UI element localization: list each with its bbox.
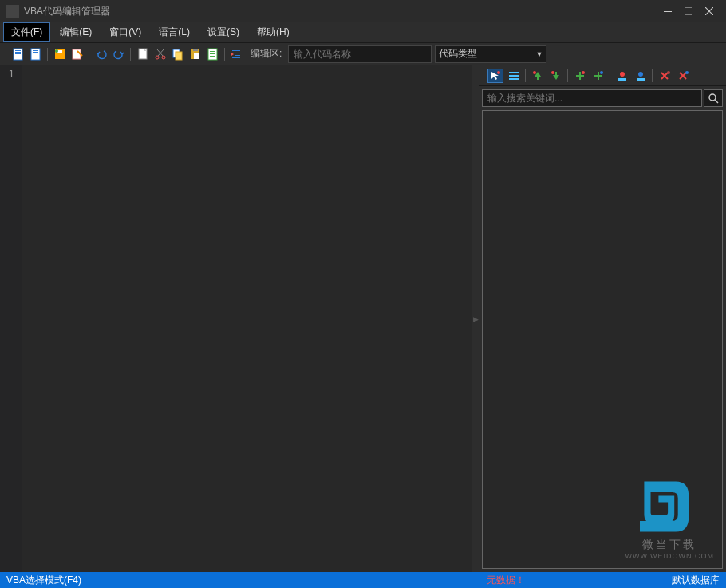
tree-panel[interactable]: 微当下载 WWW.WEIDOWN.COM	[482, 110, 723, 569]
svg-point-19	[162, 56, 165, 59]
save-icon[interactable]	[53, 47, 67, 61]
svg-line-21	[157, 49, 163, 56]
side-toolbar	[479, 65, 726, 86]
svg-rect-0	[664, 11, 672, 12]
svg-rect-7	[15, 53, 21, 54]
main-toolbar: 编辑区: 代码类型 ▼	[0, 43, 726, 65]
svg-point-49	[582, 71, 585, 74]
svg-point-13	[55, 49, 58, 53]
side-panel: 微当下载 WWW.WEIDOWN.COM	[479, 65, 726, 572]
delete-blue-icon[interactable]	[675, 69, 691, 83]
code-type-value: 代码类型	[439, 47, 477, 61]
svg-point-63	[709, 94, 716, 101]
svg-rect-53	[618, 78, 626, 81]
new-doc-icon[interactable]	[136, 47, 150, 61]
main-area: 1	[0, 65, 726, 572]
splitter[interactable]	[472, 65, 479, 572]
minimize-button[interactable]	[657, 3, 678, 19]
svg-rect-33	[235, 55, 240, 56]
svg-line-20	[158, 49, 164, 56]
svg-rect-5	[15, 50, 21, 51]
svg-rect-32	[235, 53, 240, 53]
menubar: 文件(F) 编辑(E) 窗口(V) 语言(L) 设置(S) 帮助(H)	[0, 22, 726, 43]
window-title: VBA代码编辑管理器	[24, 5, 657, 18]
list-view-icon[interactable]	[506, 69, 522, 83]
svg-rect-23	[176, 52, 182, 60]
watermark-logo-icon	[625, 471, 697, 543]
code-type-select[interactable]: 代码类型 ▼	[435, 45, 546, 63]
svg-marker-44	[553, 75, 559, 80]
search-input[interactable]	[482, 89, 702, 107]
maximize-button[interactable]	[678, 3, 699, 19]
svg-rect-55	[637, 78, 645, 81]
app-icon	[6, 5, 19, 18]
cursor-mode-icon[interactable]	[487, 69, 503, 83]
indent-icon[interactable]	[230, 47, 244, 61]
sep	[88, 46, 91, 62]
node-red-icon[interactable]	[614, 69, 630, 83]
add-blue-icon[interactable]	[590, 69, 606, 83]
svg-rect-39	[509, 75, 519, 77]
editor-pane: 1	[0, 65, 472, 572]
statusbar: VBA选择模式(F4) 无数据！ 默认数据库	[0, 572, 726, 588]
status-center: 无数据！	[339, 574, 672, 587]
svg-rect-26	[194, 53, 199, 59]
svg-rect-9	[33, 50, 38, 51]
svg-rect-10	[33, 52, 38, 53]
search-button[interactable]	[704, 89, 723, 107]
menu-file[interactable]: 文件(F)	[3, 22, 50, 42]
redo-icon[interactable]	[112, 47, 126, 61]
svg-point-46	[551, 71, 554, 74]
close-button[interactable]	[699, 3, 720, 19]
node-blue-icon[interactable]	[633, 69, 649, 83]
svg-point-62	[685, 71, 689, 74]
list-icon[interactable]	[206, 47, 220, 61]
menu-language[interactable]: 语言(L)	[151, 22, 198, 42]
svg-rect-30	[210, 56, 215, 57]
svg-point-18	[156, 56, 159, 59]
svg-point-54	[620, 72, 625, 77]
undo-icon[interactable]	[94, 47, 109, 61]
move-down-icon[interactable]	[548, 69, 564, 83]
titlebar: VBA代码编辑管理器	[0, 0, 726, 22]
open-file-icon[interactable]	[29, 47, 43, 61]
move-up-icon[interactable]	[530, 69, 546, 83]
menu-settings[interactable]: 设置(S)	[199, 22, 247, 42]
watermark-url: WWW.WEIDOWN.COM	[625, 552, 714, 560]
svg-point-56	[638, 72, 643, 77]
menu-help[interactable]: 帮助(H)	[249, 22, 298, 42]
menu-edit[interactable]: 编辑(E)	[52, 22, 100, 42]
cut-icon[interactable]	[153, 47, 168, 61]
search-row	[479, 86, 726, 110]
dropdown-arrow-icon: ▼	[535, 50, 543, 58]
svg-rect-1	[685, 7, 692, 15]
svg-marker-35	[231, 53, 234, 56]
code-name-input[interactable]	[288, 45, 432, 63]
add-red-icon[interactable]	[572, 69, 588, 83]
svg-rect-28	[210, 51, 215, 52]
svg-rect-48	[576, 75, 584, 77]
line-number: 1	[0, 69, 22, 80]
sep	[129, 46, 132, 62]
svg-rect-40	[509, 78, 519, 80]
status-db: 默认数据库	[672, 574, 720, 587]
sep	[651, 68, 654, 84]
paste-icon[interactable]	[188, 47, 203, 61]
delete-red-icon[interactable]	[657, 69, 673, 83]
svg-rect-31	[232, 50, 240, 51]
svg-rect-25	[193, 49, 198, 51]
toolbar-grip	[5, 46, 8, 62]
sep	[46, 46, 49, 62]
svg-point-59	[667, 71, 670, 74]
menu-window[interactable]: 窗口(V)	[101, 22, 149, 42]
edit-icon[interactable]	[70, 47, 85, 61]
svg-point-52	[600, 71, 603, 74]
svg-rect-51	[594, 75, 602, 77]
copy-icon[interactable]	[171, 47, 185, 61]
code-area[interactable]	[22, 65, 472, 572]
svg-rect-42	[537, 77, 539, 80]
status-mode: VBA选择模式(F4)	[6, 574, 339, 587]
sep	[524, 68, 527, 84]
new-file-icon[interactable]	[11, 47, 26, 61]
sep	[566, 68, 570, 84]
